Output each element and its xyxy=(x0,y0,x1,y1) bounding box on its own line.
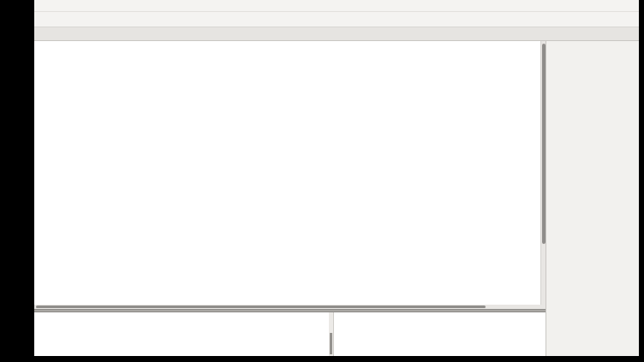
block-library-sidebar xyxy=(546,41,639,356)
canvas-viewport xyxy=(34,41,546,305)
main-area xyxy=(34,41,639,356)
menu-bar xyxy=(34,0,639,12)
tab-bar xyxy=(34,27,639,41)
bottom-panels xyxy=(34,312,546,356)
toolbar xyxy=(34,12,639,27)
screen xyxy=(0,0,644,362)
scrollbar-thumb[interactable] xyxy=(542,44,546,244)
console-panel xyxy=(34,312,334,356)
flowgraph-canvas[interactable] xyxy=(34,41,540,305)
canvas-horizontal-scrollbar[interactable] xyxy=(34,305,546,309)
scrollbar-thumb[interactable] xyxy=(330,333,332,354)
variable-inspector xyxy=(334,312,546,356)
gnuradio-companion-window xyxy=(34,0,639,356)
scrollbar-thumb[interactable] xyxy=(36,306,486,308)
canvas-vertical-scrollbar[interactable] xyxy=(540,41,546,305)
console-scrollbar[interactable] xyxy=(329,312,333,356)
console-log xyxy=(34,312,329,356)
canvas-column xyxy=(34,41,546,356)
